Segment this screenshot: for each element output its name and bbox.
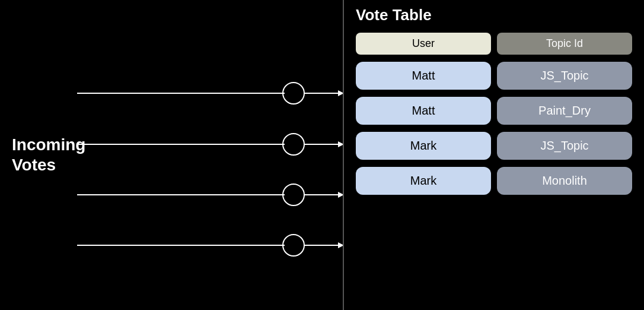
cell-user-3: Mark [356,132,491,160]
cell-topic-3: JS_Topic [497,132,632,160]
table-row: Mark JS_Topic [356,132,632,160]
svg-point-1 [283,83,304,104]
header-user: User [356,33,491,55]
table-row: Matt JS_Topic [356,62,632,90]
cell-user-1: Matt [356,62,491,90]
table-row: Mark Monolith [356,167,632,195]
cell-topic-2: Paint_Dry [497,97,632,125]
table-row: Matt Paint_Dry [356,97,632,125]
vote-table-title: Vote Table [356,6,632,24]
left-panel: IncomingVotes [0,0,344,310]
arrows-diagram [0,0,344,310]
cell-topic-4: Monolith [497,167,632,195]
cell-user-2: Matt [356,97,491,125]
main-container: IncomingVotes [0,0,644,310]
cell-topic-1: JS_Topic [497,62,632,90]
svg-point-5 [283,134,304,155]
svg-point-13 [283,235,304,256]
header-topic: Topic Id [497,33,632,55]
right-panel: Vote Table User Topic Id Matt JS_Topic M… [343,0,644,310]
svg-point-9 [283,184,304,205]
table-header: User Topic Id [356,33,632,55]
cell-user-4: Mark [356,167,491,195]
